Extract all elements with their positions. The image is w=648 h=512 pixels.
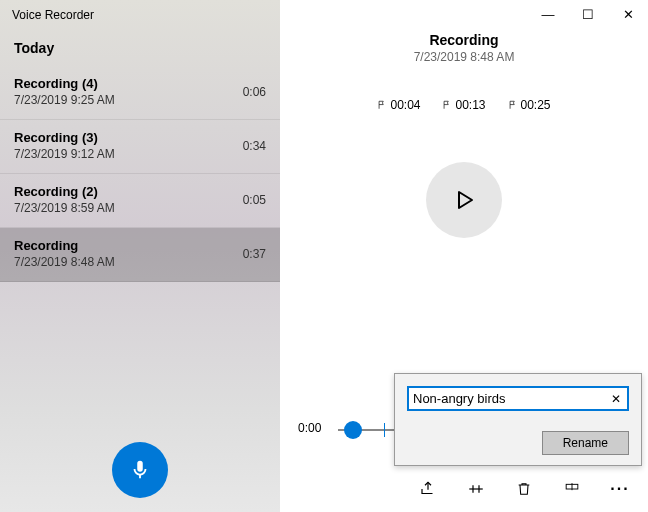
delete-icon[interactable] (514, 479, 534, 499)
timeline-marker-tick (384, 423, 385, 437)
rename-input-wrap: ✕ (407, 386, 629, 411)
recording-item-datetime: 7/23/2019 9:12 AM (14, 147, 115, 161)
timeline-handle[interactable] (344, 421, 362, 439)
share-icon[interactable] (418, 479, 438, 499)
marker[interactable]: 00:25 (508, 98, 551, 112)
recording-item-duration: 0:06 (243, 85, 266, 99)
recording-item-duration: 0:05 (243, 193, 266, 207)
recording-item[interactable]: Recording (2)7/23/2019 8:59 AM0:05 (0, 174, 280, 228)
play-button[interactable] (426, 162, 502, 238)
bottom-toolbar: ··· (280, 466, 648, 512)
recording-item-datetime: 7/23/2019 8:48 AM (14, 255, 115, 269)
recording-item[interactable]: Recording (4)7/23/2019 9:25 AM0:06 (0, 66, 280, 120)
recording-item-duration: 0:34 (243, 139, 266, 153)
recording-item-title: Recording (14, 238, 115, 253)
close-button[interactable]: ✕ (608, 0, 648, 28)
record-button[interactable] (112, 442, 168, 498)
microphone-icon (129, 459, 151, 481)
recording-item[interactable]: Recording7/23/2019 8:48 AM0:37 (0, 228, 280, 282)
window-controls: — ☐ ✕ (280, 0, 648, 28)
recording-item-title: Recording (4) (14, 76, 115, 91)
timeline-current-time: 0:00 (298, 421, 321, 435)
markers-row: 00:0400:1300:25 (280, 98, 648, 112)
rename-popup: ✕ Rename (394, 373, 642, 466)
main-panel: — ☐ ✕ Recording 7/23/2019 8:48 AM 00:040… (280, 0, 648, 512)
recording-item[interactable]: Recording (3)7/23/2019 9:12 AM0:34 (0, 120, 280, 174)
rename-icon[interactable] (562, 479, 582, 499)
app-title: Voice Recorder (0, 0, 280, 26)
trim-icon[interactable] (466, 479, 486, 499)
more-icon[interactable]: ··· (610, 479, 630, 499)
rename-input[interactable] (413, 391, 609, 406)
recording-item-duration: 0:37 (243, 247, 266, 261)
recording-item-datetime: 7/23/2019 9:25 AM (14, 93, 115, 107)
clear-input-icon[interactable]: ✕ (609, 392, 623, 406)
maximize-button[interactable]: ☐ (568, 0, 608, 28)
recording-item-datetime: 7/23/2019 8:59 AM (14, 201, 115, 215)
marker[interactable]: 00:13 (442, 98, 485, 112)
rename-button[interactable]: Rename (542, 431, 629, 455)
marker[interactable]: 00:04 (377, 98, 420, 112)
section-header-today: Today (0, 26, 280, 66)
sidebar: Voice Recorder Today Recording (4)7/23/2… (0, 0, 280, 512)
recording-title: Recording (280, 32, 648, 48)
recording-header: Recording 7/23/2019 8:48 AM (280, 32, 648, 64)
minimize-button[interactable]: — (528, 0, 568, 28)
recording-item-title: Recording (2) (14, 184, 115, 199)
recording-datetime: 7/23/2019 8:48 AM (280, 50, 648, 64)
play-icon (452, 188, 476, 212)
recording-item-title: Recording (3) (14, 130, 115, 145)
